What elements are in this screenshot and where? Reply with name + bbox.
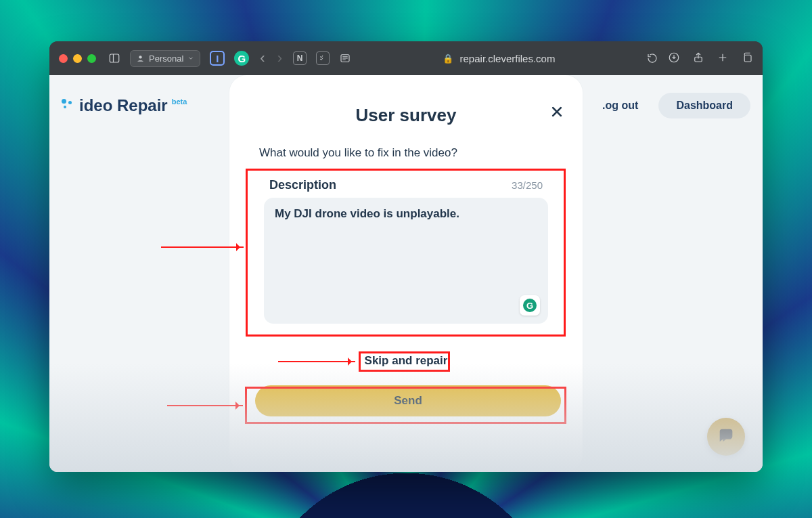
chat-icon (717, 426, 736, 448)
survey-question: What would you like to fix in the video? (259, 146, 557, 160)
close-icon (550, 109, 564, 121)
extension-instapaper-icon[interactable]: I (210, 51, 225, 66)
svg-point-2 (139, 56, 141, 58)
reader-mode-icon[interactable] (339, 52, 351, 64)
logo-text: ideo Repair (79, 96, 168, 115)
tab-overview-icon[interactable] (741, 51, 753, 66)
sidebar-toggle-icon[interactable] (108, 52, 120, 64)
annotation-arrow-icon (278, 361, 355, 362)
traffic-lights (59, 54, 96, 63)
description-label: Description (269, 178, 336, 192)
toolbar-right (668, 51, 753, 66)
nav-back-icon[interactable]: ‹ (258, 51, 266, 66)
logout-link[interactable]: .og out (602, 100, 638, 112)
modal-title: User survey (255, 105, 557, 126)
svg-rect-0 (110, 54, 119, 62)
lock-icon: 🔒 (443, 53, 453, 64)
logo-badge: beta (172, 98, 187, 106)
grammarly-widget[interactable]: G (520, 295, 540, 316)
page-body: ideo Repair beta .og out Dashboard User … (49, 75, 763, 472)
description-input[interactable] (275, 207, 537, 314)
new-tab-icon[interactable] (717, 51, 729, 66)
close-button[interactable] (550, 105, 564, 121)
extension-todoist-icon[interactable] (316, 51, 330, 65)
url-host: repair.cleverfiles.com (460, 53, 556, 64)
annotation-arrow-icon (161, 246, 244, 248)
logo-mark-icon (62, 99, 75, 112)
window-zoom-icon[interactable] (87, 54, 96, 63)
address-bar[interactable]: 🔒 repair.cleverfiles.com (361, 53, 637, 64)
downloads-icon[interactable] (668, 51, 680, 66)
char-counter: 33/250 (512, 179, 543, 191)
grammarly-icon: G (523, 299, 537, 312)
annotation-arrow-icon (167, 405, 243, 406)
window-minimize-icon[interactable] (73, 54, 82, 63)
textarea-wrap: G (264, 198, 548, 324)
svg-rect-9 (744, 55, 751, 62)
chat-widget-button[interactable] (707, 418, 745, 456)
survey-modal: User survey What would you like to fix i… (229, 75, 583, 472)
profile-switcher[interactable]: Personal (130, 50, 200, 67)
nav-forward-icon[interactable]: › (276, 51, 284, 66)
extension-grammarly-icon[interactable]: G (234, 51, 249, 66)
share-icon[interactable] (692, 51, 704, 66)
dashboard-button[interactable]: Dashboard (658, 93, 750, 118)
reload-icon[interactable] (646, 52, 658, 64)
profile-label: Personal (149, 53, 183, 64)
annotation-highlight-send (245, 387, 566, 424)
extension-notion-icon[interactable]: N (293, 51, 307, 65)
description-section: Description 33/250 G (255, 172, 557, 331)
browser-toolbar: Personal I G ‹ › N 🔒 repair.cleverfiles.… (49, 41, 763, 75)
logo[interactable]: ideo Repair beta (62, 96, 185, 115)
browser-window: Personal I G ‹ › N 🔒 repair.cleverfiles.… (49, 41, 763, 472)
window-close-icon[interactable] (59, 54, 68, 63)
send-button[interactable]: Send (255, 385, 561, 416)
